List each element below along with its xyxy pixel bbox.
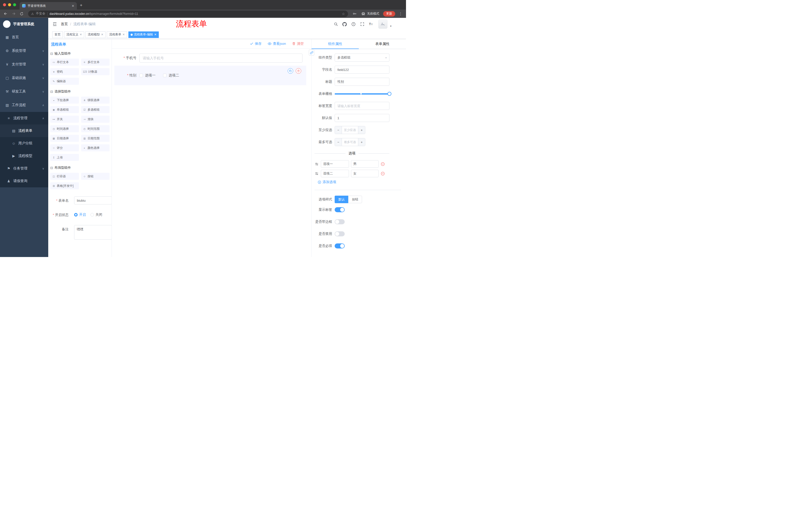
label-width-input[interactable]	[335, 102, 389, 110]
avatar[interactable]	[378, 20, 387, 29]
help-icon[interactable]: ?	[351, 22, 356, 27]
sidebar-item-process-form[interactable]: ▤ 流程表单	[0, 125, 48, 137]
title-input[interactable]	[335, 78, 389, 86]
forward-icon[interactable]	[10, 11, 17, 17]
palette-item-multi-line-text[interactable]: ≡多行文本	[81, 59, 110, 65]
palette-item-editor[interactable]: ✎编辑器	[50, 78, 79, 85]
tag-process-definition[interactable]: 流程定义✕	[64, 31, 84, 38]
palette-item-rate[interactable]: ☆评分	[50, 144, 79, 152]
back-icon[interactable]	[2, 11, 8, 17]
close-icon[interactable]: ✕	[154, 33, 156, 36]
form-name-input[interactable]	[74, 196, 112, 205]
status-radio-off[interactable]: 关闭	[90, 213, 102, 217]
sidebar-item-leave-query[interactable]: ♟ 请假查询	[0, 175, 48, 187]
sidebar-item-process-management[interactable]: ≡ 流程管理 ∧	[0, 112, 48, 125]
canvas-body[interactable]: 手机号 性别 选项一 选项二	[112, 49, 311, 257]
password-key-icon[interactable]	[351, 11, 357, 17]
window-minimize-button[interactable]	[8, 3, 11, 6]
palette-item-single-line-text[interactable]: ▭单行文本	[50, 59, 79, 65]
disabled-switch[interactable]	[335, 231, 345, 236]
add-option-button[interactable]: 添加选项	[318, 180, 389, 184]
browser-tab[interactable]: 芋道管理系统 ✕	[20, 2, 77, 9]
form-remark-textarea[interactable]: 嘿嘿	[74, 225, 112, 240]
option-value-input[interactable]	[351, 170, 379, 177]
font-size-icon[interactable]: TT	[369, 22, 374, 27]
checkbox-option-two[interactable]: 选项二	[163, 73, 179, 78]
caret-down-icon[interactable]: ▾	[390, 25, 392, 27]
field-name-input[interactable]	[335, 65, 389, 74]
checkbox-icon[interactable]	[140, 74, 143, 77]
border-switch[interactable]	[335, 219, 345, 224]
close-icon[interactable]: ✕	[101, 33, 103, 36]
style-default-button[interactable]: 默认	[335, 196, 348, 203]
breadcrumb-home[interactable]: 首页	[61, 22, 68, 26]
phone-field-input[interactable]	[140, 54, 302, 63]
tab-form-props[interactable]: 表单属性	[359, 39, 406, 49]
bookmark-star-icon[interactable]: ☆	[342, 12, 345, 16]
slider-handle[interactable]	[387, 92, 392, 96]
decrease-icon[interactable]: −	[335, 126, 342, 134]
palette-item-table[interactable]: ⊞表格[开发中]	[50, 182, 79, 189]
component-type-select[interactable]: 多选框组▾	[335, 54, 389, 62]
palette-item-color-picker[interactable]: ◐颜色选择	[81, 144, 110, 152]
window-zoom-button[interactable]	[13, 3, 16, 6]
min-select-value[interactable]: 至少应选	[342, 126, 358, 134]
sidebar-item-infrastructure[interactable]: ▢ 基础设施 ∨	[0, 71, 48, 85]
remove-option-icon[interactable]	[381, 171, 385, 176]
canvas-field-gender[interactable]: 性别 选项一 选项二	[114, 65, 306, 85]
drag-handle-icon[interactable]	[315, 162, 319, 166]
palette-item-date-range[interactable]: ▥日期范围	[81, 135, 110, 142]
browser-menu-icon[interactable]: ⋮	[399, 11, 403, 16]
canvas-field-phone[interactable]: 手机号	[114, 54, 306, 63]
required-switch[interactable]	[335, 243, 345, 248]
reload-icon[interactable]	[19, 11, 25, 17]
tag-process-form[interactable]: 流程表单✕	[107, 31, 127, 38]
palette-item-time-range[interactable]: ◴时间范围	[81, 125, 110, 132]
link-icon[interactable]	[309, 50, 314, 56]
github-icon[interactable]	[342, 22, 347, 27]
delete-component-button[interactable]	[296, 68, 301, 74]
palette-item-row-container[interactable]: ◫行容器	[50, 173, 79, 180]
palette-item-button[interactable]: ⊹按钮	[81, 173, 110, 180]
increase-icon[interactable]: +	[358, 126, 365, 134]
fullscreen-icon[interactable]	[360, 22, 365, 27]
palette-item-checkbox-group[interactable]: ☑多选框组	[81, 106, 110, 113]
sidebar-item-devtools[interactable]: ⚒ 研发工具 ∨	[0, 85, 48, 98]
search-icon[interactable]	[334, 22, 339, 27]
sidebar-item-task-management[interactable]: ⚑ 任务管理 ∨	[0, 162, 48, 175]
close-icon[interactable]: ✕	[122, 33, 125, 36]
palette-item-switch[interactable]: ⊶开关	[50, 116, 79, 123]
option-label-input[interactable]	[321, 160, 349, 168]
tag-home[interactable]: 首页	[52, 31, 63, 38]
sidebar-item-process-model[interactable]: ▶ 流程模型	[0, 150, 48, 162]
checkbox-option-one[interactable]: 选项一	[140, 73, 155, 78]
palette-item-counter[interactable]: 123计数器	[81, 68, 110, 75]
close-icon[interactable]: ✕	[80, 33, 82, 36]
drag-handle-icon[interactable]	[315, 171, 319, 176]
option-label-input[interactable]	[321, 170, 349, 177]
style-button-button[interactable]: 按钮	[348, 196, 362, 203]
palette-item-time-picker[interactable]: ◷时间选择	[50, 125, 79, 132]
new-tab-button[interactable]: +	[80, 3, 82, 8]
update-button[interactable]: 更新	[383, 11, 395, 17]
remove-option-icon[interactable]	[381, 162, 385, 166]
palette-item-cascader[interactable]: ⋔级联选择	[81, 97, 110, 104]
decrease-icon[interactable]: −	[335, 138, 342, 146]
max-select-value[interactable]: 最多可选	[342, 138, 358, 146]
view-json-button[interactable]: 查看json	[267, 42, 286, 46]
tag-process-form-edit[interactable]: 流程表单-编辑✕	[128, 31, 159, 38]
sidebar-item-home[interactable]: ▦ 首页	[0, 30, 48, 44]
palette-item-date-picker[interactable]: ▦日期选择	[50, 135, 79, 142]
default-value-input[interactable]	[335, 114, 389, 122]
status-radio-on[interactable]: 开启	[74, 213, 86, 217]
copy-component-button[interactable]	[288, 68, 293, 74]
option-value-input[interactable]	[351, 160, 379, 168]
palette-item-slider[interactable]: ⊸滑块	[81, 116, 110, 123]
palette-item-radio-group[interactable]: ◉单选框组	[50, 106, 79, 113]
address-bar[interactable]: ⚠ 不安全 dashboard.yudao.iocoder.cn/bpm/man…	[28, 10, 348, 17]
checkbox-icon[interactable]	[163, 74, 167, 77]
form-grid-slider[interactable]	[335, 90, 389, 98]
tab-component-props[interactable]: 组件属性	[312, 39, 359, 49]
palette-item-password[interactable]: ∗密码	[50, 68, 79, 75]
palette-item-upload[interactable]: ↥上传	[50, 154, 79, 161]
